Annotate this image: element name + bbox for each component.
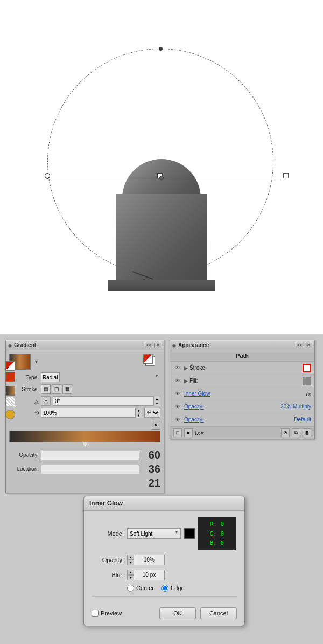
appearance-eye-icon[interactable]: ⊘ (281, 428, 290, 437)
stroke-btn2[interactable]: ◫ (52, 384, 61, 394)
fill-color-preview[interactable] (303, 377, 311, 385)
appearance-panel-titlebar: ◆ Appearance << ✕ (170, 341, 314, 350)
fill-expand[interactable]: ▶ (184, 378, 188, 384)
preview-checkbox-label[interactable]: Preview (92, 610, 122, 617)
fill-visibility-icon[interactable]: 👁 (173, 378, 182, 384)
opacity-row: Opacity: 60 (9, 449, 160, 461)
preview-checkbox[interactable] (92, 610, 99, 617)
color-swatch-red[interactable] (5, 372, 15, 382)
dialog-titlebar: Inner Glow (84, 496, 244, 511)
opacity-spinner[interactable]: ▲ ▼ 10% (127, 555, 165, 565)
scale-select-wrapper: % (144, 408, 160, 418)
appearance-panel-collapse[interactable]: << (296, 343, 303, 348)
type-select[interactable]: Radial Linear (41, 372, 60, 382)
stroke-visibility-icon[interactable]: 👁 (173, 365, 182, 371)
mode-label: Mode: (92, 530, 124, 537)
appearance-square-icon[interactable]: □ (173, 428, 182, 437)
appearance-panel-title: Appearance (178, 342, 209, 348)
inner-glow-row[interactable]: 👁 Inner Glow fx (170, 387, 314, 400)
panels-area: ◆ Gradient << ✕ ▼ Type: (0, 334, 323, 644)
gradient-panel-collapse[interactable]: << (145, 343, 152, 348)
pattern-swatch[interactable] (5, 397, 15, 406)
angle-down[interactable]: ▼ (153, 401, 160, 406)
appearance-delete-icon[interactable]: 🗑 (303, 428, 311, 437)
gradient-handle-right[interactable] (283, 173, 289, 178)
gradient-handle-left[interactable] (45, 173, 50, 178)
gradient-midpoint[interactable] (83, 442, 87, 446)
glow-color-swatch[interactable] (184, 528, 195, 539)
opacity-down[interactable]: ▼ (128, 560, 134, 565)
opacity-default-row[interactable]: 👁 Opacity: Default (170, 413, 314, 426)
center-radio[interactable] (127, 585, 134, 592)
circle-handle-top[interactable] (159, 47, 163, 51)
inner-glow-visibility-icon[interactable]: 👁 (173, 391, 182, 397)
stroke-btn3[interactable]: ▦ (62, 384, 72, 394)
appearance-content: Path 👁 ▶ Stroke: 👁 ▶ Fill: 👁 Inner Glow … (170, 350, 314, 439)
opacity2-value: Default (294, 417, 311, 423)
tool-swatches (5, 361, 15, 419)
opacity-dialog-label: Opacity: (92, 557, 124, 563)
gradient-color-bar[interactable] (9, 431, 160, 442)
blur-up[interactable]: ▲ (128, 570, 134, 575)
stroke-btn1[interactable]: ▤ (41, 384, 51, 394)
appearance-fx-btn[interactable]: fx▾ (195, 430, 203, 437)
bottom-number: 21 (149, 477, 160, 489)
location-input[interactable] (41, 465, 139, 474)
center-edge-row: Center Edge (92, 585, 237, 592)
ok-button[interactable]: OK (159, 607, 196, 619)
appearance-copy-icon[interactable]: ⧉ (292, 428, 300, 437)
mode-select[interactable]: Soft Light Normal Multiply Screen (127, 528, 181, 539)
edge-radio[interactable] (162, 585, 168, 592)
fill-row-label: Fill: (189, 378, 303, 384)
appearance-panel-close[interactable]: ✕ (305, 343, 312, 348)
angle-input[interactable]: 0° ▲ ▼ (53, 396, 160, 406)
opacity-input[interactable] (41, 451, 139, 460)
dialog-footer: Preview OK Cancel (84, 607, 244, 626)
blur-down[interactable]: ▼ (128, 575, 134, 580)
stroke-expand[interactable]: ▶ (184, 365, 188, 371)
fill-appearance-row[interactable]: 👁 ▶ Fill: (170, 375, 314, 387)
opacity-spinner-val: 10% (134, 557, 164, 563)
b-value: B: 0 (202, 538, 231, 548)
gradient-panel-title: Gradient (14, 342, 36, 348)
opacity-up[interactable]: ▲ (128, 555, 134, 560)
scale-up[interactable]: ▲ (135, 408, 142, 413)
opacity1-visibility[interactable]: 👁 (173, 404, 182, 410)
scale-input[interactable]: 100% ▲ ▼ (41, 408, 142, 418)
location-label: Location: (9, 466, 39, 472)
scale-value: 100% (41, 410, 135, 416)
gradient-swatch[interactable] (5, 386, 15, 396)
gradient-panel-close[interactable]: ✕ (154, 343, 162, 348)
fg-bg-swatch[interactable] (143, 354, 158, 369)
inner-glow-label[interactable]: Inner Glow (184, 391, 304, 397)
opacity-multiply-row[interactable]: 👁 Opacity: 20% Multiply (170, 400, 314, 413)
appearance-fill-icon[interactable]: ■ (184, 428, 193, 437)
opacity-dialog-row: Opacity: ▲ ▼ 10% (92, 555, 237, 565)
stroke-color-preview[interactable] (303, 364, 311, 372)
dialog-content: Mode: Soft Light Normal Multiply Screen … (84, 511, 244, 607)
scale-dropdown[interactable]: % (144, 408, 160, 418)
ok-label: OK (173, 610, 182, 617)
gradient-delete-btn[interactable]: ✕ (152, 421, 160, 430)
center-option[interactable]: Center (127, 585, 154, 592)
dialog-buttons: OK Cancel (159, 607, 237, 619)
fg-bg-tool[interactable] (5, 361, 15, 371)
circle-tool[interactable] (5, 410, 15, 419)
type-row: Type: Radial Linear (9, 372, 160, 382)
scale-spinners: ▲ ▼ (135, 408, 142, 418)
cancel-button[interactable]: Cancel (200, 607, 237, 619)
g-value: G: 0 (202, 529, 231, 539)
edge-option[interactable]: Edge (162, 585, 185, 592)
tombstone-base (108, 280, 215, 291)
blur-spinner-val: 10 px (134, 572, 164, 578)
cancel-label: Cancel (209, 610, 228, 617)
blur-spinner[interactable]: ▲ ▼ 10 px (127, 570, 165, 580)
scale-row: ⟲ 100% ▲ ▼ % (9, 408, 160, 418)
opacity2-visibility[interactable]: 👁 (173, 417, 182, 423)
gradient-thumb-arrow[interactable]: ▼ (34, 359, 39, 364)
stroke-icons: ▤ ◫ ▦ (41, 384, 72, 394)
stroke-appearance-row[interactable]: 👁 ▶ Stroke: (170, 362, 314, 375)
angle-up[interactable]: ▲ (153, 396, 160, 401)
scale-down[interactable]: ▼ (135, 413, 142, 418)
gradient-bar-area: ✕ (9, 421, 160, 442)
